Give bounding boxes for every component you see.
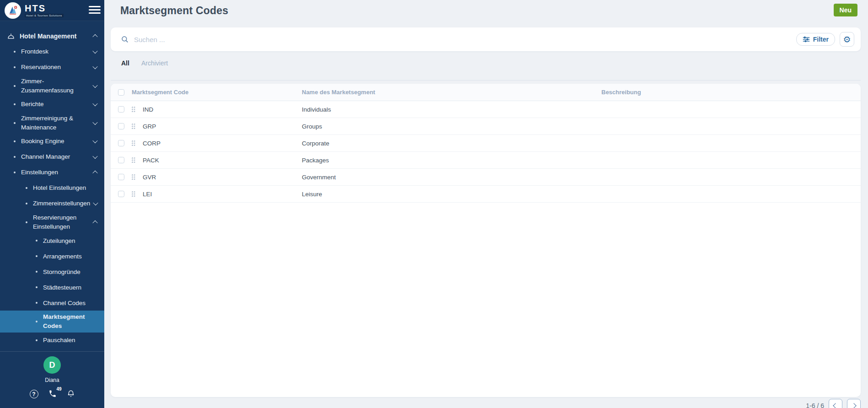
drag-handle-icon[interactable] [132, 174, 135, 180]
table-row-lei[interactable]: LEI Leisure [111, 186, 861, 203]
filter-button-label: Filter [813, 36, 829, 43]
row-checkbox[interactable] [118, 106, 124, 113]
row-checkbox[interactable] [118, 157, 124, 163]
chevron-up-icon [92, 220, 97, 225]
drag-handle-icon[interactable] [132, 140, 135, 146]
new-button[interactable]: Neu [834, 4, 857, 16]
drag-handle-icon[interactable] [132, 191, 135, 197]
bullet-icon [14, 66, 16, 68]
notification-count-badge: 49 [56, 387, 61, 392]
cell-code: CORP [143, 140, 302, 147]
drag-handle-icon[interactable] [132, 123, 135, 129]
cell-name: Government [302, 174, 601, 181]
chevron-down-icon [92, 64, 97, 69]
sidebar-item-frontdesk[interactable]: Frontdesk [0, 44, 104, 59]
sidebar-item-pauschalen[interactable]: Pauschalen [0, 333, 104, 348]
chevron-left-icon [833, 403, 838, 408]
cell-code: PACK [143, 157, 302, 164]
chevron-down-icon [92, 120, 97, 125]
search-icon [121, 35, 129, 43]
sidebar-item-hotel-management[interactable]: Hotel Management [0, 28, 104, 44]
menu-icon[interactable] [89, 6, 101, 16]
list-tabs: All Archiviert [121, 59, 168, 70]
sidebar-item-marktsegment-codes[interactable]: Marktsegment Codes [0, 311, 104, 332]
sidebar-item-berichte[interactable]: Berichte [0, 97, 104, 112]
row-checkbox[interactable] [118, 140, 124, 146]
sidebar-item-label: Frontdesk [21, 47, 90, 56]
settings-button[interactable]: ⚙ [840, 32, 854, 47]
table-row-grp[interactable]: GRP Groups [111, 118, 861, 135]
sidebar-footer-icons: ? 49 [30, 390, 75, 408]
row-checkbox[interactable] [118, 191, 124, 197]
cell-code: GRP [143, 123, 302, 130]
phone-glyph [48, 390, 57, 398]
bullet-icon [26, 203, 27, 204]
bullet-icon [36, 271, 38, 273]
sidebar-item-label: Zuteilungen [43, 236, 102, 246]
sidebar-item-label: Zimmereinstellungen [33, 199, 90, 208]
sidebar-item-label: Reservierungen Einstellungen [33, 213, 90, 231]
cell-name: Individuals [302, 106, 601, 113]
column-header-description[interactable]: Beschreibung [601, 89, 861, 96]
chevron-down-icon [92, 48, 97, 54]
sidebar-item-zuteilungen[interactable]: Zuteilungen [0, 233, 104, 248]
bell-icon[interactable] [67, 390, 75, 400]
pagination-prev-button[interactable] [829, 399, 842, 408]
row-checkbox[interactable] [118, 123, 124, 129]
cell-code: LEI [143, 191, 302, 198]
sidebar-item-stornogruende[interactable]: Stornogründe [0, 264, 104, 279]
help-icon[interactable]: ? [30, 390, 38, 398]
sidebar-user-panel: D Diana ? 49 [0, 351, 104, 408]
sidebar-item-reservierungen-einstellungen[interactable]: Reservierungen Einstellungen [0, 211, 104, 233]
table-header-row: Marktsegment Code Name des Marketsegment… [111, 84, 861, 101]
hts-logo[interactable] [5, 2, 21, 19]
bullet-icon [36, 286, 38, 288]
chevron-up-icon [92, 171, 97, 176]
bell-glyph [67, 390, 75, 398]
sidebar-item-label: Städtesteuern [43, 283, 102, 292]
table-row-pack[interactable]: PACK Packages [111, 152, 861, 169]
sidebar-item-label: Stornogründe [43, 268, 102, 277]
select-all-checkbox[interactable] [118, 89, 124, 96]
search-input[interactable] [134, 36, 796, 43]
app-window: HTS Hotel & Tourism Solutions Hotel Mana… [0, 0, 868, 408]
filter-button[interactable]: Filter [796, 33, 835, 46]
sidebar-item-label: Booking Engine [21, 137, 90, 146]
bullet-icon [36, 255, 38, 257]
main-content: Marktsegment Codes Neu Filter ⚙ All Arch… [104, 0, 868, 408]
avatar[interactable]: D [43, 356, 61, 374]
column-header-name[interactable]: Name des Marketsegment [302, 89, 601, 96]
row-checkbox[interactable] [118, 174, 124, 180]
sidebar: HTS Hotel & Tourism Solutions Hotel Mana… [0, 0, 104, 408]
sidebar-item-label: Channel Codes [43, 299, 102, 308]
sidebar-item-channel-codes[interactable]: Channel Codes [0, 295, 104, 311]
table-row-ind[interactable]: IND Individuals [111, 101, 861, 118]
cell-name: Leisure [302, 191, 601, 198]
sidebar-item-zimmer-zusammenfassung[interactable]: Zimmer-Zusammenfassung [0, 75, 104, 97]
sidebar-item-label: Zimmerreinigung & Maintenance [21, 114, 90, 132]
pagination: 1-6 / 6 [806, 399, 861, 408]
drag-handle-icon[interactable] [132, 157, 135, 163]
bullet-icon [14, 172, 16, 173]
pagination-next-button[interactable] [847, 399, 861, 408]
sidebar-item-zimmereinstellungen[interactable]: Zimmereinstellungen [0, 196, 104, 211]
tabs-divider [111, 80, 861, 81]
sidebar-item-reservationen[interactable]: Reservationen [0, 59, 104, 75]
tab-archiviert[interactable]: Archiviert [141, 59, 168, 70]
cell-code: GVR [143, 174, 302, 181]
sidebar-item-channel-manager[interactable]: Channel Manager [0, 149, 104, 165]
table-row-corp[interactable]: CORP Corporate [111, 135, 861, 152]
column-header-code[interactable]: Marktsegment Code [132, 89, 302, 96]
sidebar-item-zimmerreinigung-maintenance[interactable]: Zimmerreinigung & Maintenance [0, 112, 104, 134]
drag-handle-icon[interactable] [132, 107, 135, 113]
bullet-icon [36, 302, 38, 304]
tab-all[interactable]: All [121, 59, 129, 70]
sidebar-item-einstellungen[interactable]: Einstellungen [0, 165, 104, 180]
sidebar-item-booking-engine[interactable]: Booking Engine [0, 134, 104, 149]
sidebar-item-arrangements[interactable]: Arrangements [0, 248, 104, 264]
sidebar-item-hotel-einstellungen[interactable]: Hotel Einstellungen [0, 180, 104, 196]
phone-icon[interactable]: 49 [48, 390, 57, 400]
sidebar-item-staedtesteuern[interactable]: Städtesteuern [0, 279, 104, 295]
bullet-icon [14, 85, 16, 87]
table-row-gvr[interactable]: GVR Government [111, 169, 861, 186]
